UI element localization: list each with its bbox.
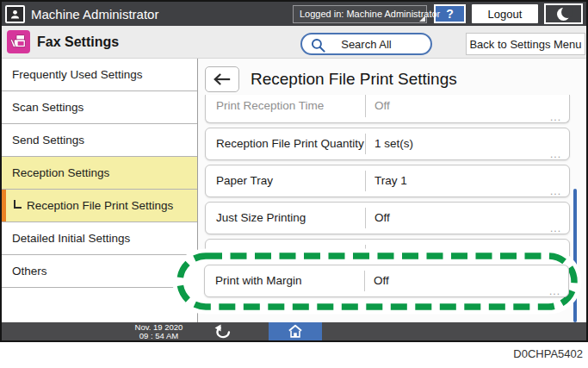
- fax-settings-icon: [7, 30, 30, 53]
- back-button[interactable]: [205, 66, 239, 92]
- setting-row-print-reception-time[interactable]: Print Reception Time Off ...: [205, 95, 570, 123]
- top-bar: Machine Administrator Logged in: Machine…: [2, 2, 586, 26]
- sidebar-item-detailed-initial-settings[interactable]: Detailed Initial Settings: [2, 222, 197, 255]
- setting-value: Off: [374, 211, 390, 224]
- back-to-settings-menu-button[interactable]: Back to Settings Menu: [466, 33, 585, 55]
- sidebar-item-others[interactable]: Others: [2, 255, 197, 288]
- more-dots: ...: [549, 287, 560, 296]
- help-label: ?: [446, 7, 454, 21]
- sub-item-angle-icon: [14, 200, 22, 209]
- setting-row-paper-tray[interactable]: Paper Tray Tray 1 ...: [205, 165, 570, 197]
- row-divider: [365, 208, 366, 228]
- logout-button[interactable]: Logout: [472, 4, 538, 23]
- row-divider: [365, 95, 366, 117]
- setting-value: Off: [374, 274, 389, 287]
- sidebar-item-reception-file-print-settings[interactable]: Reception File Print Settings: [2, 190, 197, 222]
- setting-label: Reception File Print Quantity: [216, 137, 364, 150]
- sidebar-item-frequently-used-settings[interactable]: Frequently Used Settings: [2, 59, 197, 91]
- main-panel: Reception File Print Settings Print Rece…: [198, 59, 586, 322]
- sidebar-item-send-settings[interactable]: Send Settings: [2, 124, 197, 157]
- setting-row-reception-file-print-quantity[interactable]: Reception File Print Quantity 1 set(s) .…: [205, 128, 570, 160]
- sidebar-item-scan-settings[interactable]: Scan Settings: [2, 91, 197, 124]
- sidebar-item-reception-settings[interactable]: Reception Settings: [2, 157, 197, 190]
- setting-row-just-size-printing[interactable]: Just Size Printing Off ...: [205, 202, 570, 234]
- setting-label: Paper Tray: [216, 174, 273, 187]
- more-dots: ...: [550, 224, 561, 233]
- content-area: Frequently Used Settings Scan Settings S…: [2, 59, 586, 322]
- more-dots: ...: [550, 150, 561, 159]
- person-icon: [9, 9, 21, 20]
- row-divider: [365, 134, 366, 154]
- dropdown-corner-icon: [419, 16, 425, 22]
- row-divider: [365, 171, 366, 191]
- device-screen: Machine Administrator Logged in: Machine…: [0, 0, 588, 342]
- setting-value: Tray 1: [374, 174, 407, 187]
- sleep-mode-button[interactable]: [544, 3, 583, 24]
- undo-arrow-icon: [214, 324, 232, 340]
- logged-in-dropdown[interactable]: Logged in: Machine Administrator: [293, 5, 427, 23]
- datetime-display: Nov. 19 2020 09 : 54 AM: [114, 323, 204, 340]
- setting-row-print-with-margin[interactable]: Print with Margin Off ...: [204, 265, 569, 297]
- search-icon: [310, 37, 326, 53]
- setting-label: Just Size Printing: [216, 211, 306, 224]
- page-title: Reception File Print Settings: [251, 70, 457, 89]
- admin-user-label: Machine Administrator: [31, 7, 158, 22]
- home-button[interactable]: [269, 322, 322, 340]
- row-divider: [364, 271, 365, 291]
- sidebar-sub-item-label: Reception File Print Settings: [27, 199, 173, 212]
- user-icon-button[interactable]: [5, 5, 25, 23]
- app-title: Fax Settings: [37, 34, 119, 50]
- search-all-label: Search All: [341, 38, 392, 51]
- setting-label: Print Reception Time: [216, 99, 324, 112]
- settings-sidebar: Frequently Used Settings Scan Settings S…: [2, 59, 198, 322]
- setting-value: Off: [374, 99, 390, 112]
- back-arrow-icon: [213, 72, 232, 86]
- setting-label: Print with Margin: [215, 274, 302, 287]
- moon-icon: [557, 8, 570, 21]
- bottom-bar: Nov. 19 2020 09 : 54 AM: [2, 322, 586, 340]
- home-icon: [288, 324, 303, 339]
- figure-reference-code: D0CHPA5402: [513, 347, 583, 360]
- setting-value: 1 set(s): [374, 137, 413, 150]
- search-all-button[interactable]: Search All: [300, 33, 432, 55]
- more-dots: ...: [550, 113, 561, 122]
- screenshot-page: Machine Administrator Logged in: Machine…: [0, 0, 588, 368]
- time-label: 09 : 54 AM: [114, 332, 204, 340]
- more-dots: ...: [550, 187, 561, 196]
- main-header: Reception File Print Settings: [205, 66, 457, 92]
- back-navigation-button[interactable]: [209, 322, 237, 340]
